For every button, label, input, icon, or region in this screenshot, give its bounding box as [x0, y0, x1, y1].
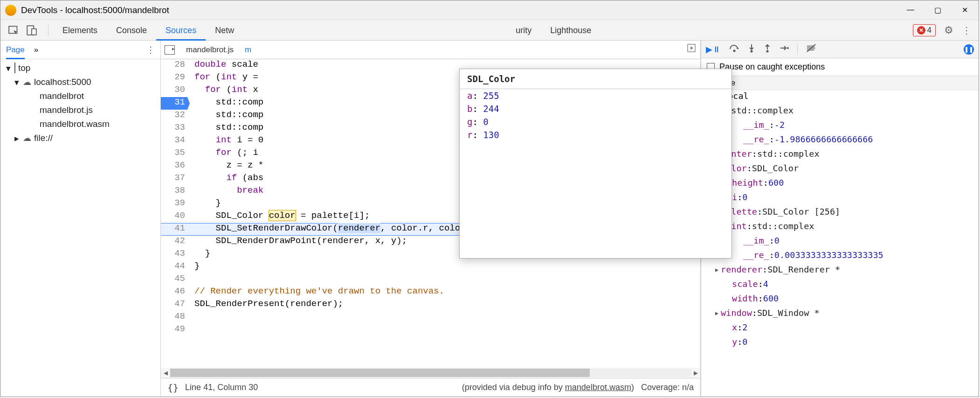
scope-row[interactable]: ▸window: SDL_Window * [701, 308, 979, 322]
tree-file-mandelbrot-js[interactable]: mandelbrot.js [0, 103, 160, 117]
gutter-line-number[interactable]: 31 [161, 97, 190, 110]
tree-file-proto[interactable]: ▸☁file:// [0, 131, 160, 145]
popover-row: g: 0 [460, 115, 732, 128]
main-tabs: Elements Console Sources Netw urity Ligh… [0, 20, 979, 41]
step-over-icon[interactable] [729, 43, 739, 55]
code-line[interactable]: 44} [161, 261, 700, 273]
popover-row: b: 244 [460, 102, 732, 115]
pretty-print-icon[interactable]: {} [167, 382, 179, 393]
scope-row[interactable]: __im_: -2 [701, 120, 979, 134]
tab-security[interactable]: urity [515, 20, 541, 41]
scope-row[interactable]: ▸palette: SDL_Color [256] [701, 207, 979, 221]
scope-row[interactable]: __re_: -1.9866666666666666 [701, 134, 979, 149]
code-line[interactable]: 46// Render everything we've drawn to th… [161, 286, 700, 299]
page-panel-more-icon[interactable]: ⋮ [146, 45, 155, 55]
scope-tree[interactable]: ▾LLocal ▾c: std::complex__im_: -2__re_: … [701, 90, 979, 397]
gutter-line-number[interactable]: 33 [161, 122, 190, 135]
code-line[interactable]: 47SDL_RenderPresent(renderer); [161, 299, 700, 311]
gutter-line-number[interactable]: 44 [161, 261, 190, 273]
scope-row[interactable]: x: 2 [701, 322, 979, 337]
resume-icon[interactable]: ▶⏸ [706, 44, 721, 55]
tab-console[interactable]: Console [107, 20, 156, 41]
gutter-line-number[interactable]: 36 [161, 160, 190, 173]
scope-row[interactable]: ▾point: std::complex [701, 221, 979, 236]
scope-row[interactable]: i: 0 [701, 192, 979, 207]
deactivate-breakpoints-icon[interactable] [806, 43, 816, 55]
step-into-icon[interactable] [748, 43, 755, 55]
gutter-line-number[interactable]: 39 [161, 198, 190, 210]
gutter-line-number[interactable]: 28 [161, 59, 190, 72]
minimize-button[interactable]: — [906, 6, 915, 14]
gutter-line-number[interactable]: 41 [161, 223, 190, 236]
gutter-line-number[interactable]: 46 [161, 286, 190, 299]
gutter-line-number[interactable]: 43 [161, 248, 190, 261]
code-line[interactable]: 45 [161, 273, 700, 286]
gutter-line-number[interactable]: 48 [161, 311, 190, 324]
gutter-line-number[interactable]: 47 [161, 299, 190, 311]
more-tabs-chevron[interactable]: » [34, 41, 38, 59]
tab-network[interactable]: Netw [206, 20, 235, 41]
error-badge[interactable]: ✕ 4 [913, 24, 936, 36]
gutter-line-number[interactable]: 30 [161, 84, 190, 97]
pause-on-caught-label: Pause on caught exceptions [719, 62, 825, 72]
gutter-line-number[interactable]: 32 [161, 110, 190, 122]
svg-point-4 [733, 50, 736, 52]
cloud-icon: ☁ [23, 78, 31, 86]
debuginfo-link[interactable]: mandelbrot.wasm [565, 383, 631, 392]
maximize-button[interactable]: ▢ [933, 6, 942, 14]
gutter-line-number[interactable]: 37 [161, 173, 190, 185]
step-out-icon[interactable] [764, 43, 771, 55]
close-button[interactable]: ✕ [960, 6, 969, 14]
gutter-line-number[interactable]: 45 [161, 273, 190, 286]
code-line[interactable]: 48 [161, 311, 700, 324]
file-tab-mandelbrot-js[interactable]: mandelbrot.js [180, 45, 239, 55]
scope-row[interactable]: scale: 4 [701, 279, 979, 293]
tab-elements[interactable]: Elements [53, 20, 107, 41]
step-icon[interactable] [780, 43, 789, 55]
inspect-icon[interactable] [8, 24, 20, 36]
tab-sources[interactable]: Sources [156, 20, 206, 41]
scope-row[interactable]: __re_: 0.0033333333333333335 [701, 250, 979, 265]
scope-row[interactable]: ▸color: SDL_Color [701, 163, 979, 178]
scroll-left-icon[interactable]: ◂ [161, 368, 170, 378]
coverage-label: Coverage: n/a [641, 383, 694, 392]
gutter-line-number[interactable]: 49 [161, 324, 190, 336]
code-line[interactable]: 49 [161, 324, 700, 336]
gutter-line-number[interactable]: 29 [161, 72, 190, 84]
tree-file-mandelbrot-wasm[interactable]: mandelbrot.wasm [0, 117, 160, 131]
gutter-line-number[interactable]: 34 [161, 135, 190, 147]
tree-top[interactable]: ▾top [0, 61, 160, 75]
scope-row[interactable]: y: 0 [701, 337, 979, 351]
device-icon[interactable] [26, 24, 38, 36]
value-popover: SDL_Color a: 255b: 244g: 0r: 130 [459, 69, 732, 258]
tree-file-mandelbrot[interactable]: mandelbrot [0, 89, 160, 103]
file-tab-active[interactable]: m [239, 45, 257, 55]
scope-local-header[interactable]: ▾LLocal [701, 91, 979, 105]
settings-icon[interactable]: ⚙ [944, 24, 953, 36]
gutter-line-number[interactable]: 40 [161, 210, 190, 223]
editor-statusbar: {} Line 41, Column 30 (provided via debu… [161, 378, 700, 397]
scope-row[interactable]: width: 600 [701, 293, 979, 308]
tab-lighthouse[interactable]: Lighthouse [541, 20, 600, 41]
scroll-thumb[interactable] [170, 369, 590, 377]
more-icon[interactable]: ⋮ [962, 25, 971, 36]
window-titlebar: DevTools - localhost:5000/mandelbrot — ▢… [0, 0, 979, 20]
error-icon: ✕ [917, 26, 925, 35]
scope-row[interactable]: ▸center: std::complex [701, 149, 979, 163]
scope-row[interactable]: ▾c: std::complex [701, 105, 979, 120]
popover-row: r: 130 [460, 128, 732, 141]
scope-row[interactable]: height: 600 [701, 178, 979, 192]
gutter-line-number[interactable]: 42 [161, 236, 190, 248]
scope-row[interactable]: __im_: 0 [701, 236, 979, 250]
popover-row: a: 255 [460, 89, 732, 102]
page-tab[interactable]: Page [6, 41, 25, 59]
gutter-line-number[interactable]: 35 [161, 147, 190, 160]
scroll-right-icon[interactable]: ▸ [691, 368, 700, 378]
scope-row[interactable]: ▸renderer: SDL_Renderer * [701, 265, 979, 279]
navigator-toggle-icon[interactable] [165, 45, 175, 55]
run-snippet-icon[interactable] [687, 44, 697, 56]
pause-badge-icon[interactable]: ❚❚ [964, 44, 974, 55]
tree-host[interactable]: ▾☁localhost:5000 [0, 75, 160, 89]
gutter-line-number[interactable]: 38 [161, 185, 190, 198]
editor-hscroll[interactable]: ◂ ▸ [161, 368, 700, 378]
